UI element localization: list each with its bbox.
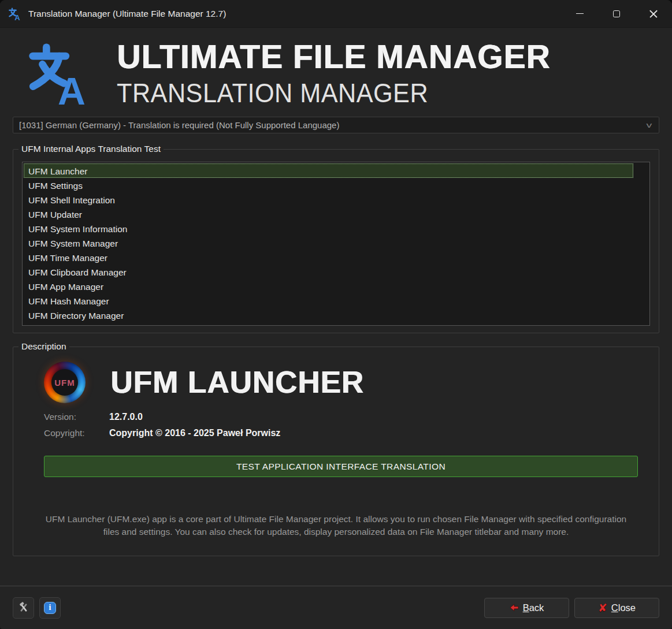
app-name-title: ULTIMATE FILE MANAGER — [117, 39, 550, 74]
header-titles: ULTIMATE FILE MANAGER TRANSLATION MANAGE… — [117, 39, 550, 109]
red-x-icon: ✘ — [598, 602, 607, 613]
ufm-logo-text: UFM — [54, 378, 75, 388]
close-button-footer[interactable]: ✘ Close — [574, 598, 659, 618]
minimize-icon — [576, 13, 584, 14]
list-item[interactable]: UFM Directory Manager — [24, 308, 633, 322]
chevron-down-icon: v — [646, 121, 652, 129]
maximize-button[interactable] — [598, 0, 635, 27]
copyright-value: Copyright © 2016 - 2025 Paweł Porwisz — [109, 428, 637, 438]
app-identity-row: UFM UFM LAUNCHER — [44, 360, 637, 405]
list-item[interactable]: UFM Settings — [24, 178, 633, 192]
selected-app-title: UFM LAUNCHER — [110, 360, 364, 405]
language-select-value: [1031] German (Germany) - Translation is… — [19, 120, 647, 130]
list-item[interactable]: UFM Time Manager — [24, 250, 633, 265]
list-item[interactable]: UFM Clipboard Manager — [24, 265, 633, 279]
hammer-wrench-icon — [18, 602, 29, 613]
svg-text:A: A — [14, 13, 20, 20]
version-label: Version: — [44, 412, 109, 422]
app-description-text: UFM Launcher (UFM.exe) app is a core par… — [44, 513, 629, 538]
info-icon: i — [44, 602, 56, 614]
apps-listbox[interactable]: UFM Launcher UFM Settings UFM Shell Inte… — [22, 162, 650, 326]
app-metadata: Version: 12.7.0.0 Copyright: Copyright ©… — [44, 412, 637, 438]
svg-text:A: A — [58, 70, 86, 108]
test-translation-button[interactable]: TEST APPLICATION INTERFACE TRANSLATION — [44, 456, 638, 477]
maximize-icon — [613, 10, 620, 17]
back-button-label: Back — [523, 602, 544, 613]
main-content: [1031] German (Germany) - Translation is… — [0, 117, 672, 579]
list-item[interactable]: UFM App Manager — [24, 279, 633, 293]
list-item[interactable]: UFM Launcher — [24, 163, 633, 178]
tools-button[interactable] — [13, 597, 34, 619]
red-left-arrow-icon — [510, 604, 519, 612]
list-item[interactable]: UFM Updater — [24, 207, 633, 221]
description-groupbox-label: Description — [18, 341, 69, 352]
ufm-logo-icon: UFM — [44, 362, 86, 403]
list-item[interactable]: UFM System Information — [24, 221, 633, 236]
description-groupbox: Description UFM UFM LAUNCHER Version: 12… — [13, 347, 659, 556]
app-subtitle: TRANSLATION MANAGER — [117, 77, 524, 109]
translate-icon: A — [8, 7, 21, 21]
description-body: UFM UFM LAUNCHER Version: 12.7.0.0 Copyr… — [13, 347, 659, 477]
footer: i Back ✘ Close — [0, 586, 672, 629]
apps-groupbox-label: UFM Internal Apps Translation Test — [18, 144, 164, 154]
copyright-label: Copyright: — [44, 428, 109, 438]
close-icon — [650, 10, 658, 17]
app-window: A Translation Manager (Ultimate File Man… — [0, 0, 672, 629]
window-title: Translation Manager (Ultimate File Manag… — [28, 9, 226, 19]
back-button[interactable]: Back — [484, 598, 569, 618]
header: A ULTIMATE FILE MANAGER TRANSLATION MANA… — [0, 28, 672, 117]
translate-icon: A — [21, 40, 95, 108]
window-controls — [561, 0, 672, 27]
list-item[interactable]: UFM System Manager — [24, 236, 633, 250]
close-button[interactable] — [635, 0, 672, 27]
titlebar: A Translation Manager (Ultimate File Man… — [0, 0, 672, 28]
minimize-button[interactable] — [561, 0, 598, 27]
language-select[interactable]: [1031] German (Germany) - Translation is… — [13, 117, 659, 133]
list-item[interactable]: UFM Shell Integration — [24, 192, 633, 207]
apps-groupbox: UFM Internal Apps Translation Test UFM L… — [13, 149, 659, 333]
info-button[interactable]: i — [39, 597, 61, 619]
close-button-label: Close — [611, 602, 636, 613]
list-item[interactable]: UFM Hash Manager — [24, 293, 633, 308]
version-value: 12.7.0.0 — [109, 412, 637, 422]
